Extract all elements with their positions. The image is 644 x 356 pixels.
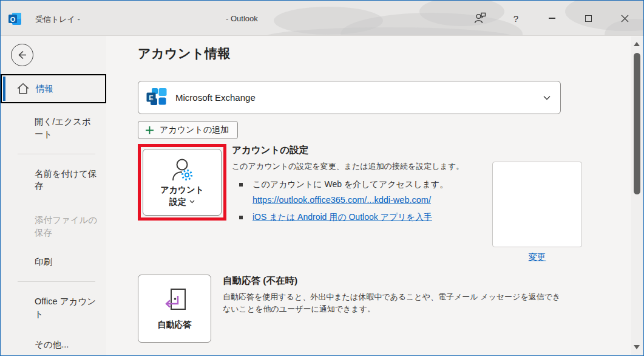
minimize-button[interactable] [538,1,565,36]
profile-photo-area: 変更 [492,162,582,263]
sidebar-nav: 情報 開く/エクスポート 名前を付けて保存 添付ファイルの保存 印刷 Offic… [1,74,106,356]
back-button[interactable] [11,44,33,66]
add-account-button[interactable]: アカウントの追加 [138,121,238,139]
backstage-sidebar: 情報 開く/エクスポート 名前を付けて保存 添付ファイルの保存 印刷 Offic… [1,36,106,355]
bullet-icon [239,183,243,187]
auto-reply-section: 自動応答 自動応答 (不在時) 自動応答を使用すると、外出中または休暇中であるこ… [138,275,643,343]
auto-reply-description: 自動応答を使用すると、外出中または休暇中であることや、電子メール メッセージを返… [223,291,563,315]
close-icon [621,15,629,22]
account-type-label: Microsoft Exchange [175,92,256,103]
svg-text:O: O [10,16,16,23]
highlight-red-box: アカウント 設定 [138,144,226,221]
bullet-icon [239,216,243,219]
account-info-panel: アカウント情報 E Microsoft Exchange アカウントの追加 [106,36,643,355]
minimize-icon [549,18,555,18]
account-settings-text: アカウントの設定 このアカウントの設定を変更、または追加の接続を設定します。 こ… [232,144,470,223]
sidebar-item-label: 情報 [36,84,53,94]
person-gear-icon [169,157,195,183]
window-title-inbox: 受信トレイ - [35,14,80,25]
sidebar-divider [18,154,95,154]
sidebar-divider [18,281,95,282]
owa-url-link[interactable]: https://outlook.office365.com/...kddi-we… [253,195,431,205]
scroll-up-icon[interactable] [634,42,640,46]
back-arrow-icon [16,49,28,61]
scrollbar-thumb[interactable] [634,53,640,194]
sidebar-item-label: 添付ファイルの保存 [35,215,97,237]
sidebar-item-info[interactable]: 情報 [1,74,106,103]
chevron-down-icon [543,95,551,100]
auto-reply-button[interactable]: 自動応答 [138,275,211,343]
profile-photo-placeholder [492,162,582,247]
auto-reply-button-label: 自動応答 [158,319,192,330]
help-button[interactable]: ? [503,1,529,36]
maximize-icon [585,15,592,22]
outlook-app-icon: O [8,12,22,26]
exchange-icon: E [146,87,168,108]
sidebar-item-label: 名前を付けて保存 [35,169,97,191]
sidebar-item-label: 印刷 [35,257,52,267]
sidebar-item-office-account[interactable]: Office アカウント [1,289,106,327]
scroll-down-icon[interactable] [634,345,640,349]
outlook-window: O 受信トレイ - - Outlook ? [0,0,644,356]
get-outlook-app-link[interactable]: iOS または Android 用の Outlook アプリを入手 [253,212,432,223]
vertical-scrollbar[interactable] [631,36,643,355]
svg-text:E: E [149,94,153,101]
close-button[interactable] [611,1,638,36]
plus-icon [145,126,154,135]
title-bar: O 受信トレイ - - Outlook ? [1,1,643,36]
person-chat-icon [473,11,487,26]
add-account-label: アカウントの追加 [160,125,229,135]
account-dropdown[interactable]: E Microsoft Exchange [138,81,561,114]
auto-reply-text: 自動応答 (不在時) 自動応答を使用すると、外出中または休暇中であることや、電子… [223,275,563,315]
account-settings-button[interactable]: アカウント 設定 [143,149,222,216]
page-title: アカウント情報 [138,45,643,62]
sidebar-item-save-as[interactable]: 名前を付けて保存 [1,161,106,199]
selected-accent-bar [3,77,5,101]
home-icon [16,82,30,95]
sidebar-item-options-more[interactable]: その他... [1,332,106,356]
account-settings-section: アカウント 設定 アカウントの設定 このアカウントの設定を変更、または追加の接続… [138,144,643,263]
sidebar-item-open-export[interactable]: 開く/エクスポート [1,109,106,147]
sidebar-item-print[interactable]: 印刷 [1,249,106,275]
change-photo-link[interactable]: 変更 [529,252,546,263]
account-settings-heading: アカウントの設定 [232,144,470,157]
settings-button-label-line1: アカウント [160,184,204,195]
door-arrow-icon [161,287,189,315]
sidebar-item-label: Office アカウント [35,296,96,318]
chevron-down-icon [189,200,195,204]
account-settings-description: このアカウントの設定を変更、または追加の接続を設定します。 [232,160,470,173]
sidebar-item-label: その他... [35,340,69,349]
maximize-button[interactable] [575,1,602,36]
sidebar-item-label: 開く/エクスポート [35,117,91,139]
auto-reply-heading: 自動応答 (不在時) [223,275,563,287]
settings-button-label-line2: 設定 [169,196,186,207]
web-access-text: このアカウントに Web を介してアクセスします。 [253,179,448,190]
window-title-app: - Outlook [226,14,258,23]
sidebar-item-save-attachments: 添付ファイルの保存 [1,207,106,245]
feedback-button[interactable] [467,1,493,36]
